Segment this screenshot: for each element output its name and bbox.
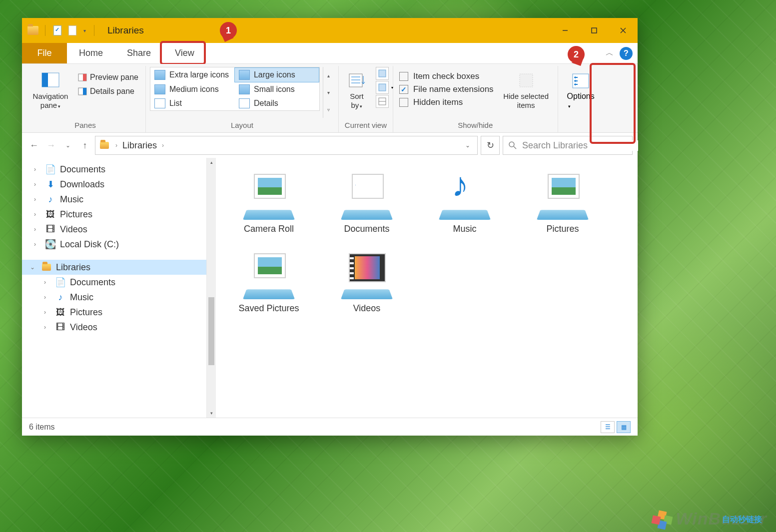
item-documents[interactable]: Documents: [318, 170, 416, 234]
layout-medium-icons[interactable]: Medium icons: [150, 82, 235, 96]
tree-item-lib-videos[interactable]: ›🎞Videos: [22, 320, 206, 335]
thumbnails-view-button[interactable]: ▦: [617, 421, 631, 433]
tab-share[interactable]: Share: [115, 43, 163, 63]
details-pane-icon: [78, 87, 87, 96]
svg-point-23: [509, 142, 514, 147]
preview-pane-button[interactable]: Preview pane: [75, 71, 141, 84]
item-saved-pictures[interactable]: Saved Pictures: [220, 249, 318, 314]
ribbon-tabs: File Home Share View ︿ ?: [22, 43, 638, 64]
tree-item-pictures[interactable]: ›🖼Pictures: [22, 207, 206, 222]
layout-list[interactable]: List: [150, 96, 235, 110]
content-pane: Camera Roll Documents Music Pictures Sav…: [216, 158, 638, 418]
tree-item-downloads[interactable]: ›⬇Downloads: [22, 177, 206, 192]
tree-item-libraries[interactable]: ⌄Libraries: [22, 260, 206, 275]
ribbon-group-panes: Navigation pane▾ Preview pane Details pa…: [25, 66, 146, 132]
help-button[interactable]: ?: [620, 47, 633, 60]
item-check-boxes-toggle[interactable]: Item check boxes: [399, 70, 494, 83]
tree-item-local-disk[interactable]: ›💽Local Disk (C:): [22, 237, 206, 252]
annotation-badge-2: 2: [568, 46, 585, 63]
tab-home[interactable]: Home: [67, 43, 115, 63]
hidden-items-toggle[interactable]: Hidden items: [399, 96, 494, 109]
svg-rect-9: [83, 88, 86, 95]
chevron-right-icon[interactable]: ›: [160, 142, 166, 149]
svg-rect-14: [379, 70, 386, 77]
chinese-watermark: 自动秒链接: [722, 515, 762, 525]
qat-newfolder-icon[interactable]: [66, 24, 78, 36]
tree-scrollbar[interactable]: ▴ ▾: [207, 158, 216, 418]
svg-rect-1: [592, 28, 597, 33]
sort-by-button[interactable]: Sort by▾: [343, 67, 371, 112]
library-video-icon: 🎞: [55, 322, 66, 333]
search-box[interactable]: [503, 136, 633, 155]
titlebar: ▾ Libraries: [22, 18, 638, 43]
svg-rect-7: [83, 74, 86, 81]
navigation-tree: ›📄Documents ›⬇Downloads ›♪Music ›🖼Pictur…: [22, 158, 207, 418]
add-columns-button[interactable]: [376, 67, 389, 80]
svg-rect-5: [42, 73, 48, 87]
group-by-button[interactable]: ▾: [376, 81, 389, 94]
library-music-icon: ♪: [55, 292, 66, 303]
qat-properties-icon[interactable]: [51, 24, 63, 36]
chevron-right-icon[interactable]: ›: [113, 142, 119, 149]
collapse-ribbon-chevron-icon[interactable]: ︿: [606, 48, 614, 58]
document-icon: 📄: [45, 164, 56, 175]
nav-row: ← → ⌄ ↑ › Libraries › ⌄ ↻: [22, 133, 638, 158]
layout-small-icons[interactable]: Small icons: [235, 82, 319, 96]
details-view-button[interactable]: ☰: [601, 421, 615, 433]
body: ›📄Documents ›⬇Downloads ›♪Music ›🖼Pictur…: [22, 158, 638, 418]
address-history-dropdown[interactable]: ⌄: [461, 142, 474, 149]
tab-view[interactable]: View: [163, 43, 206, 63]
library-doc-icon: 📄: [55, 277, 66, 288]
ribbon-group-current-view: Sort by▾ ▾ Current view: [339, 66, 393, 132]
layout-scroll-up[interactable]: ▴: [323, 67, 334, 84]
tree-item-videos[interactable]: ›🎞Videos: [22, 222, 206, 237]
nav-back-button[interactable]: ←: [27, 138, 41, 152]
tree-item-documents[interactable]: ›📄Documents: [22, 162, 206, 177]
layout-extra-large-icons[interactable]: Extra large icons: [150, 67, 234, 82]
layout-scroll-down[interactable]: ▾: [323, 84, 334, 101]
nav-up-button[interactable]: ↑: [78, 138, 92, 152]
minimize-button[interactable]: [551, 18, 580, 43]
search-icon: [508, 141, 517, 150]
item-pictures[interactable]: Pictures: [514, 170, 612, 234]
size-columns-button[interactable]: [376, 95, 389, 108]
close-button[interactable]: [609, 18, 638, 43]
item-videos[interactable]: Videos: [318, 249, 416, 314]
refresh-button[interactable]: ↻: [481, 136, 500, 155]
annotation-badge-1: 1: [220, 22, 237, 39]
download-icon: ⬇: [45, 179, 56, 190]
item-camera-roll[interactable]: Camera Roll: [220, 170, 318, 234]
drive-icon: 💽: [45, 239, 56, 250]
libraries-icon: [41, 262, 52, 273]
explorer-window: ▾ Libraries File Home Share View ︿ ? 1 N…: [22, 18, 638, 436]
tree-item-music[interactable]: ›♪Music: [22, 192, 206, 207]
music-icon: ♪: [45, 194, 56, 205]
layout-large-icons[interactable]: Large icons: [234, 67, 319, 82]
ribbon-view: Navigation pane▾ Preview pane Details pa…: [22, 64, 638, 133]
svg-rect-15: [379, 84, 386, 91]
file-name-extensions-toggle[interactable]: ✓File name extensions: [399, 83, 494, 96]
tree-item-lib-pictures[interactable]: ›🖼Pictures: [22, 305, 206, 320]
ribbon-group-options: Options▾: [558, 66, 604, 132]
search-input[interactable]: [522, 140, 638, 151]
nav-forward-button: →: [44, 138, 58, 152]
app-folder-icon: [27, 24, 39, 36]
navigation-pane-button[interactable]: Navigation pane▾: [29, 67, 72, 112]
svg-rect-10: [349, 74, 362, 87]
tab-file[interactable]: File: [22, 43, 67, 63]
tree-item-lib-documents[interactable]: ›📄Documents: [22, 275, 206, 290]
watermark-logo-icon: [653, 511, 673, 529]
options-button[interactable]: Options▾: [562, 67, 600, 113]
tree-item-lib-music[interactable]: ›♪Music: [22, 290, 206, 305]
nav-history-dropdown[interactable]: ⌄: [61, 138, 75, 152]
maximize-button[interactable]: [580, 18, 609, 43]
details-pane-button[interactable]: Details pane: [75, 85, 141, 98]
picture-icon: 🖼: [45, 209, 56, 220]
preview-pane-icon: [78, 73, 87, 82]
layout-expand[interactable]: ▿: [323, 101, 334, 118]
breadcrumb-libraries[interactable]: Libraries: [122, 140, 157, 151]
address-bar[interactable]: › Libraries › ⌄: [95, 136, 478, 155]
item-music[interactable]: Music: [416, 170, 514, 234]
layout-details[interactable]: Details: [235, 96, 319, 110]
qat-customize-dropdown[interactable]: ▾: [81, 28, 88, 33]
